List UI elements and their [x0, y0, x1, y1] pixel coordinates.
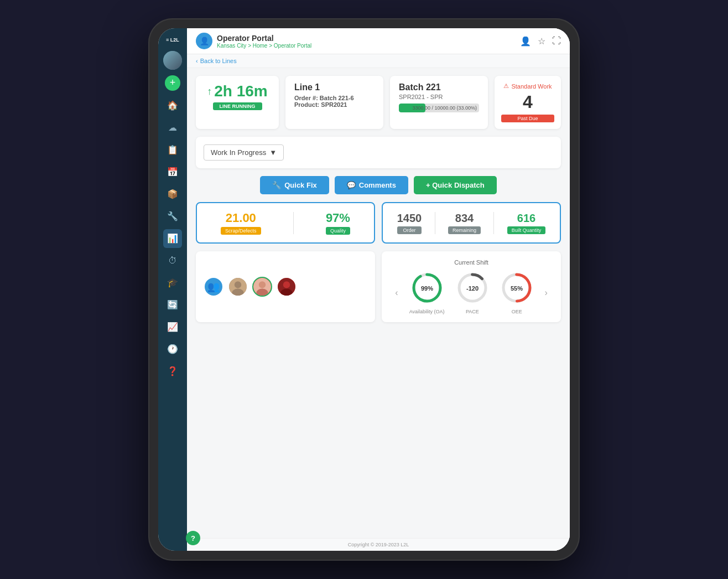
- header-title: Operator Portal: [217, 34, 311, 43]
- star-icon[interactable]: ☆: [538, 36, 545, 46]
- footer: Copyright © 2019-2023 L2L: [187, 538, 570, 551]
- comments-button[interactable]: 💬 Comments: [335, 176, 408, 194]
- built-stat: 616 Built Quantity: [507, 212, 546, 234]
- back-link-text: Back to Lines: [200, 58, 237, 64]
- sidebar-user-avatar[interactable]: [163, 51, 182, 70]
- availability-gauge: 99% Availability (OA): [409, 271, 445, 314]
- time-value: 2h 16m: [214, 82, 268, 100]
- remaining-label: Remaining: [448, 226, 481, 234]
- batch-progress-text: 3300.00 / 10000.00 (33.00%): [412, 105, 477, 111]
- order-stats-card: 1450 Order 834 Remaining 616 Built Quant…: [382, 202, 561, 244]
- header-breadcrumb[interactable]: Kansas City > Home > Operator Portal: [217, 43, 311, 49]
- quick-fix-label: Quick Fix: [284, 181, 317, 189]
- standard-work-label: Standard Work: [511, 83, 552, 90]
- time-display: ↑ 2h 16m: [207, 82, 268, 100]
- header-left: 👤 Operator Portal Kansas City > Home > O…: [196, 33, 311, 49]
- batch-progress-bar: 3300.00 / 10000.00 (33.00%): [399, 104, 479, 112]
- expand-icon[interactable]: ⛶: [552, 36, 561, 46]
- sidebar-history-icon[interactable]: 🕐: [163, 340, 182, 359]
- app-header: 👤 Operator Portal Kansas City > Home > O…: [187, 28, 570, 54]
- team-member-avatar-3[interactable]: [277, 277, 297, 297]
- line-card: Line 1 Order #: Batch 221-6 Product: SPR…: [285, 76, 383, 129]
- tablet-screen: ≡ L2L + 🏠 ☁ 📋 📅 📦 🔧 📊 ⏱ 🎓 🔄 📈 🕐 ❓: [158, 28, 570, 551]
- sidebar-clipboard-icon[interactable]: 📋: [163, 141, 182, 159]
- remaining-stat: 834 Remaining: [448, 212, 481, 234]
- quality-label: Quality: [326, 227, 350, 235]
- sidebar-logo: ≡ L2L: [164, 35, 181, 45]
- scrap-value: 21.00: [221, 211, 261, 225]
- svg-point-8: [280, 289, 292, 297]
- standard-work-count: 4: [501, 92, 554, 112]
- sidebar: ≡ L2L + 🏠 ☁ 📋 📅 📦 🔧 📊 ⏱ 🎓 🔄 📈 🕐 ❓: [158, 28, 187, 551]
- help-button[interactable]: ?: [186, 531, 200, 545]
- batch-sub: SPR2021 - SPR: [399, 94, 479, 100]
- quick-fix-button[interactable]: 🔧 Quick Fix: [260, 176, 329, 194]
- built-label: Built Quantity: [507, 226, 546, 234]
- sidebar-home-icon[interactable]: 🏠: [163, 96, 182, 115]
- add-team-member-button[interactable]: 👥: [204, 277, 223, 297]
- sidebar-help-icon[interactable]: ❓: [163, 362, 182, 381]
- sidebar-calendar-icon[interactable]: 📅: [163, 163, 182, 182]
- built-value: 616: [507, 212, 546, 225]
- wip-dropdown-label: Work In Progress: [211, 148, 266, 157]
- comment-icon: 💬: [347, 181, 356, 189]
- batch-title: Batch 221: [399, 82, 479, 92]
- pace-label: PACE: [456, 309, 489, 314]
- svg-point-1: [235, 281, 241, 288]
- svg-point-2: [232, 289, 243, 297]
- svg-point-7: [283, 281, 290, 288]
- order-label: Order #:: [294, 95, 318, 101]
- availability-label: Availability (OA): [409, 309, 445, 314]
- quality-stat: 97% Quality: [326, 211, 350, 235]
- sidebar-chart-icon[interactable]: 📊: [163, 229, 182, 248]
- shift-title: Current Shift: [389, 259, 553, 266]
- sidebar-cloud-icon[interactable]: ☁: [163, 118, 182, 137]
- order-label: Order: [397, 226, 422, 234]
- sidebar-refresh-icon[interactable]: 🔄: [163, 296, 182, 314]
- shift-prev-button[interactable]: ‹: [395, 288, 398, 298]
- tablet-frame: ≡ L2L + 🏠 ☁ 📋 📅 📦 🔧 📊 ⏱ 🎓 🔄 📈 🕐 ❓: [148, 18, 580, 561]
- svg-point-5: [256, 289, 268, 297]
- user-icon[interactable]: 👤: [520, 36, 531, 46]
- wip-dropdown[interactable]: Work In Progress ▼: [204, 144, 284, 161]
- warning-icon: ⚠: [503, 82, 509, 90]
- order-divider: [435, 212, 435, 234]
- quality-stats-card: 21.00 Scrap/Defects 97% Quality: [196, 202, 375, 244]
- scrap-stat: 21.00 Scrap/Defects: [221, 211, 261, 235]
- batch-card: Batch 221 SPR2021 - SPR 3300.00 / 10000.…: [390, 76, 488, 129]
- remaining-value: 834: [448, 212, 481, 225]
- shift-card: Current Shift ‹ 99% Availability (OA: [382, 251, 561, 322]
- shift-next-button[interactable]: ›: [545, 288, 548, 298]
- main-content: 👤 Operator Portal Kansas City > Home > O…: [187, 28, 570, 551]
- quick-dispatch-button[interactable]: + Quick Dispatch: [414, 176, 497, 194]
- pace-gauge-svg: -120: [456, 271, 489, 304]
- oee-gauge-svg: 55%: [500, 271, 533, 304]
- sidebar-wrench-icon[interactable]: 🔧: [163, 207, 182, 226]
- sidebar-clock-icon[interactable]: ⏱: [163, 251, 182, 270]
- team-member-avatar-1[interactable]: [228, 277, 248, 297]
- line-running-badge: Line Running: [213, 102, 262, 110]
- line-product: Product: SPR2021: [294, 101, 375, 108]
- order-value: Batch 221-6: [320, 95, 354, 101]
- svg-point-4: [259, 281, 266, 288]
- back-link[interactable]: ‹ Back to Lines: [187, 54, 570, 68]
- pace-gauge: -120 PACE: [456, 271, 489, 314]
- product-label: Product:: [294, 101, 319, 108]
- wip-card: Work In Progress ▼: [196, 137, 561, 168]
- oee-value-text: 55%: [511, 285, 523, 292]
- oee-gauge: 55% OEE: [500, 271, 533, 314]
- wrench-icon: 🔧: [272, 181, 281, 189]
- standard-work-header: ⚠ Standard Work: [501, 82, 554, 90]
- back-arrow-icon: ‹: [196, 58, 198, 64]
- availability-gauge-svg: 99%: [410, 271, 444, 304]
- past-due-badge: Past Due: [501, 115, 554, 122]
- team-shift-row: 👥: [196, 251, 561, 322]
- sidebar-box-icon[interactable]: 📦: [163, 185, 182, 204]
- sidebar-add-button[interactable]: +: [165, 75, 180, 91]
- sidebar-graduation-icon[interactable]: 🎓: [163, 273, 182, 292]
- team-member-avatar-2[interactable]: [252, 277, 272, 297]
- built-divider: [493, 212, 494, 234]
- sidebar-analytics-icon[interactable]: 📈: [163, 318, 182, 337]
- scrap-label: Scrap/Defects: [221, 227, 261, 235]
- quality-value: 97%: [326, 211, 350, 225]
